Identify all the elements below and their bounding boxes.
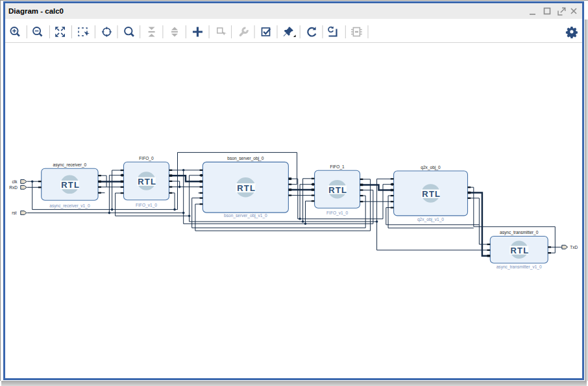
svg-text:RTL: RTL (328, 185, 347, 195)
svg-text:FIFO_0: FIFO_0 (139, 156, 154, 161)
svg-text:q2x_obj_v1_0: q2x_obj_v1_0 (417, 217, 444, 222)
svg-text:RTL: RTL (422, 189, 441, 199)
svg-text:bson_server_obj_0: bson_server_obj_0 (227, 156, 263, 161)
svg-text:TxD: TxD (570, 245, 578, 250)
svg-text:rst: rst (12, 211, 16, 215)
svg-text:RxD: RxD (9, 185, 18, 190)
svg-text:FIFO_1: FIFO_1 (330, 164, 345, 170)
svg-text:async_receiver_v1_0: async_receiver_v1_0 (49, 203, 90, 209)
svg-text:RTL: RTL (138, 177, 156, 187)
svg-text:clk: clk (12, 179, 18, 184)
svg-text:FIFO_v1_0: FIFO_v1_0 (136, 203, 157, 208)
svg-text:bson_server_obj_v1_0: bson_server_obj_v1_0 (224, 213, 267, 218)
svg-text:async_receiver_0: async_receiver_0 (53, 162, 87, 168)
svg-text:async_transmitter_v1_0: async_transmitter_v1_0 (496, 264, 542, 270)
svg-text:RTL: RTL (237, 183, 256, 193)
svg-text:q2x_obj_0: q2x_obj_0 (421, 165, 441, 170)
svg-text:RTL: RTL (61, 180, 80, 190)
svg-text:RTL: RTL (511, 246, 530, 255)
svg-text:FIFO_v1_0: FIFO_v1_0 (326, 211, 348, 216)
svg-text:async_transmitter_0: async_transmitter_0 (500, 230, 539, 235)
